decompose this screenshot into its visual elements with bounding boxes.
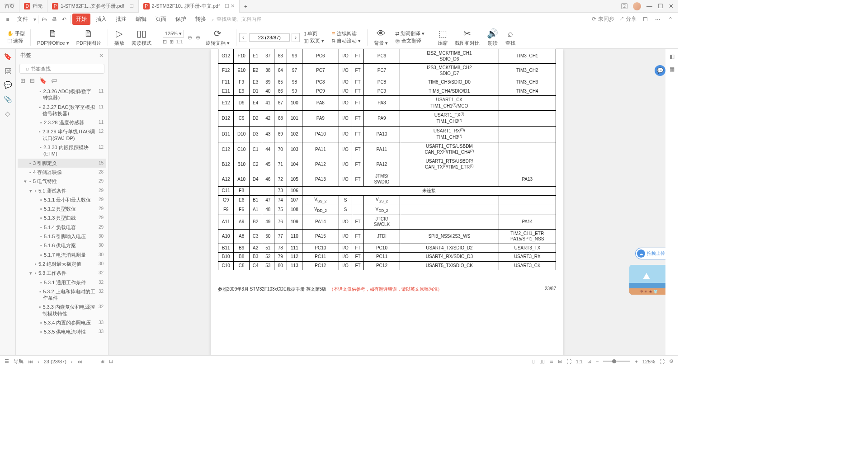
bookmark-item[interactable]: ▪5.3.4 内置的参照电压33 [18,318,106,327]
layout-icon[interactable]: ▯▯ [539,358,545,364]
tab-file-1[interactable]: P1-STM32F1...文参考手册.pdf☐ [47,0,139,13]
zoom-select[interactable]: 125% ▾ [163,30,184,38]
read-aloud[interactable]: 🔊朗读 [483,28,502,47]
zoom-slider[interactable] [603,361,630,362]
find[interactable]: ⌕查找 [502,28,519,47]
open-icon[interactable]: 🗁 [40,15,48,24]
close-icon[interactable]: ✕ [669,3,674,9]
close-icon[interactable]: ☐ ✕ [225,3,235,9]
bookmark-del-icon[interactable]: 🏷 [51,77,57,84]
play-button[interactable]: ▷播放 [111,28,128,47]
assistant-icon[interactable]: 💬 [655,65,665,76]
next-page-icon[interactable]: › [71,359,73,364]
layout-icon[interactable]: ⊞ [558,358,562,364]
menu-convert[interactable]: 转换 [192,14,210,25]
drag-upload-button[interactable]: ☁拖拽上传 [635,248,665,259]
settings-icon[interactable]: ☐ [641,15,649,24]
fullscreen-icon[interactable]: ⛶ [660,359,665,364]
bookmark-item[interactable]: ▪5.3.2 上电和掉电时的工作条件32 [18,287,106,303]
menu-icon[interactable]: ≡ [4,15,12,24]
undo-icon[interactable]: ↶ [60,15,68,24]
menu-edit[interactable]: 编辑 [132,14,150,25]
share-button[interactable]: ↗ 分享 [619,15,637,23]
menu-page[interactable]: 页面 [152,14,170,25]
full-translate[interactable]: ㊥ 全文翻译 [395,38,425,44]
bookmark-item[interactable]: ▪5.3.3 内嵌复位和电源控制模块特性32 [18,302,106,318]
zoom-out-icon[interactable]: − [596,359,599,364]
menu-protect[interactable]: 保护 [172,14,190,25]
background[interactable]: 👁背景 ▾ [370,28,392,47]
menu-start[interactable]: 开始 [72,14,90,25]
view-icon[interactable]: ⊞ [100,358,104,364]
bookmark-item[interactable]: ▪5.1.7 电流消耗测量30 [18,250,106,259]
tab-home[interactable]: 首页 [0,0,19,13]
fit-width-icon[interactable]: ⊡ [163,39,167,45]
auto-scroll[interactable]: ⇅ 自动滚动 ▾ [331,38,361,44]
tool-icon[interactable]: ◧ [670,53,675,60]
avatar[interactable] [633,2,641,10]
outline-icon[interactable]: ☰ [5,358,9,364]
nav-label[interactable]: 导航 [14,358,24,365]
layout-icon[interactable]: ▯ [532,358,535,364]
zoom-value[interactable]: 125% [642,359,655,364]
file-menu[interactable]: 文件 [14,14,32,25]
next-page[interactable]: › [292,33,300,42]
bookmark-item[interactable]: ▪2.3.29 串行单线JTAG调试口(SWJ-DP)12 [18,127,106,143]
compress[interactable]: ⬚压缩 [434,28,451,47]
fit-icon[interactable]: ⊡ [587,358,591,364]
promo-card[interactable]: 中 ☀ ★ 👕 [629,265,665,295]
bookmark-item[interactable]: ▪5.1.5 引脚输入电压30 [18,232,106,241]
thumbnail-icon[interactable]: 🖼 [5,67,11,75]
zoom-in-icon[interactable]: ⊕ [194,34,202,41]
menu-insert[interactable]: 插入 [92,14,110,25]
actual-size-icon[interactable]: 1:1 [176,39,183,45]
menu-annotate[interactable]: 批注 [112,14,130,25]
bookmark-item[interactable]: ▪5.1.3 典型曲线29 [18,213,106,222]
print-icon[interactable]: 🖶 [50,15,58,24]
bookmark-item[interactable]: ▪5.1.6 供电方案30 [18,241,106,250]
select-tool[interactable]: ⬚ 选择 [7,38,25,44]
layout-icon[interactable]: ≣ [549,358,553,364]
bookmark-item[interactable]: ▪5.1.1 最小和最大数值29 [18,195,106,204]
zoom-out-icon[interactable]: ⊖ [186,34,194,41]
collapse-icon[interactable]: ⌃ [666,15,675,24]
close-icon[interactable]: ☐ [129,3,134,9]
sidebar-close-icon[interactable]: ✕ [99,52,104,59]
bookmark-item[interactable]: ▪2.3.28 温度传感器11 [18,118,106,127]
bookmark-item[interactable]: ▾▪5.3 工作条件32 [18,268,106,277]
tab-file-2[interactable]: P2-STM32F10...据手册-中文.pdf☐ ✕ [139,0,240,13]
shape-icon[interactable]: ◇ [5,110,10,118]
more-icon[interactable]: ⋯ [654,15,662,24]
zoom-in-icon[interactable]: + [635,359,637,364]
pdf-to-image[interactable]: 🗎PDF转图片 [73,28,105,47]
bookmark-item[interactable]: ▪5.1.4 负载电容29 [18,223,106,232]
bookmark-add-icon[interactable]: 🔖 [39,77,47,84]
prev-page[interactable]: ‹ [239,33,247,42]
unsync-label[interactable]: ⟳ 未同步 [592,15,614,23]
bookmark-item[interactable]: ▾▪5.1 测试条件29 [18,186,106,195]
single-page[interactable]: ▯ 单页 [303,30,324,37]
double-page[interactable]: ▯▯ 双页 ▾ [303,38,324,44]
document-viewport[interactable]: 💬 ☁拖拽上传 中 ☀ ★ 👕 G12F10E1376396PC6I/OFTPC… [108,49,665,355]
comment-icon[interactable]: 💬 [4,81,12,89]
first-page-icon[interactable]: ⏮ [28,359,33,364]
prev-page-icon[interactable]: ‹ [38,359,39,364]
minimize-icon[interactable]: — [646,3,652,9]
last-page-icon[interactable]: ⏭ [77,359,82,364]
bookmark-item[interactable]: ▪3 引脚定义15 [18,159,106,168]
bookmark-item[interactable]: ▪5.3.1 通用工作条件32 [18,278,106,287]
rotate-doc[interactable]: ⟳旋转文档 ▾ [202,28,233,47]
crop-compare[interactable]: ✂截图和对比 [451,28,483,47]
pdf-to-office[interactable]: 🗎PDF转Office ▾ [33,28,73,47]
search-input[interactable]: ⌕ 查找功能、文档内容 [212,16,261,23]
fit-icon[interactable]: ⛶ [566,359,571,364]
fit-page-icon[interactable]: ⊞ [170,39,174,45]
bookmark-item[interactable]: ▾▪5 电气特性29 [18,177,106,186]
bookmark-item[interactable]: ▪2.3.26 ADC(模拟/数字转换器)11 [18,87,106,103]
more-icon[interactable]: ⚙ [669,358,674,364]
tool-icon[interactable]: ▦ [670,66,675,72]
bookmark-item[interactable]: ▪5.3.5 供电电流特性33 [18,327,106,336]
bookmark-item[interactable]: ▪4 存储器映像28 [18,168,106,177]
fit-icon[interactable]: 1:1 [576,359,583,364]
maximize-icon[interactable]: ☐ [658,3,663,9]
